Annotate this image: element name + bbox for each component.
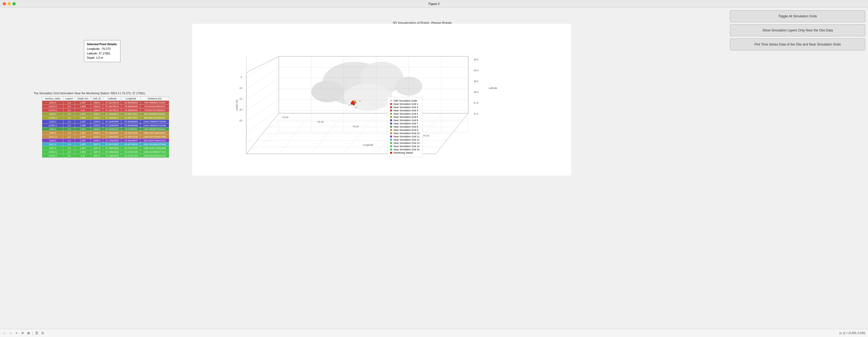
legend-label: Near Simulation Grid 10 <box>394 132 420 135</box>
table-cell: 1697.0 <box>91 146 103 150</box>
legend: CBP Simulation GridsNear Simulation Grid… <box>387 97 423 157</box>
table-cell: 1344.7390031743346 <box>140 120 169 123</box>
table-cell: 3627.0 <box>91 142 103 146</box>
close-icon[interactable]: ✕ <box>20 331 25 336</box>
window-controls[interactable] <box>3 2 16 5</box>
table-cell: 1664.0 <box>91 108 103 112</box>
table-cell: 729.7999820712245 <box>140 101 169 105</box>
legend-item: Near Simulation Grid 4 <box>390 112 420 115</box>
legend-item: Near Simulation Grid 12 <box>390 138 420 141</box>
table-cell: 4.42 <box>75 108 91 112</box>
table-row: 1630.01.01.0671630.037.17002553-76.35429… <box>42 139 169 142</box>
table-cell: 2355.9261090437103 <box>140 154 169 158</box>
table-cell: 1697.0 <box>91 154 103 158</box>
table-cell: 1663.0 <box>42 112 63 116</box>
maximize-button[interactable] <box>12 2 16 5</box>
table-cell: -76.38075251 <box>121 112 140 116</box>
legend-item: Near Simulation Grid 9 <box>390 129 420 131</box>
svg-text:39.0: 39.0 <box>474 69 478 72</box>
save-icon[interactable]: ⎘ <box>40 331 45 336</box>
legend-dot <box>390 142 392 144</box>
table-cell: 2.896 <box>75 135 91 139</box>
toolbar-separator <box>32 331 33 335</box>
table-cell: -76.36486685 <box>121 120 140 123</box>
legend-dot <box>390 122 392 124</box>
table-cell: -76.35873105 <box>121 135 140 139</box>
table-col-header: Longitude <box>121 97 140 101</box>
svg-text:-10: -10 <box>239 87 242 89</box>
table-cell: 37.18278213 <box>103 105 121 108</box>
legend-label: Near Simulation Grid 2 <box>394 106 418 109</box>
table-cell: 1.0 <box>63 101 75 105</box>
table-cell: 1.0 <box>63 139 75 142</box>
data-table-wrapper: nwcbox_valueLayer#Depth (m)Cell_IDLatitu… <box>42 96 169 158</box>
table-cell: 12481.0 <box>42 123 63 127</box>
left-panel: Selected Point Details: Longitude: -76.3… <box>0 7 179 329</box>
table-cell: -76.36956006 <box>121 108 140 112</box>
table-col-header: Layer# <box>63 97 75 101</box>
table-cell: 1663.0 <box>91 112 103 116</box>
3d-visualization[interactable]: -5 -10 -15 -20 -25 Depth (m) 37.0 37.5 3… <box>192 24 571 175</box>
table-cell: 1629.0 <box>91 120 103 123</box>
svg-text:-25: -25 <box>239 119 242 122</box>
table-cell: 1629.0 <box>42 120 63 123</box>
table-cell: 2.896 <box>75 105 91 108</box>
legend-dot <box>390 148 392 150</box>
legend-item: Near Simulation Grid 15 <box>390 148 420 151</box>
table-row: 12510.02.02.8961664.037.18278213-76.3695… <box>42 105 169 108</box>
legend-dot <box>390 136 392 138</box>
selected-point-details: Selected Point Details: Longitude: -76.3… <box>84 40 120 62</box>
table-cell: -76.36486685 <box>121 123 140 127</box>
table-cell: -76.3758762 <box>121 127 140 131</box>
table-cell: 1.067 <box>75 101 91 105</box>
table-cell: 37.18278213 <box>103 108 121 112</box>
table-cell: 1.067 <box>75 146 91 150</box>
table-cell: 12509.0 <box>42 116 63 120</box>
legend-label: Near Simulation Grid 5 <box>394 116 418 118</box>
pan-icon[interactable]: + <box>14 331 19 336</box>
table-cell: 2.896 <box>75 116 91 120</box>
table-body: 1664.01.01.0671664.037.18278213-76.36956… <box>42 101 169 158</box>
toggle-grids-button[interactable]: Toggle All Simulation Grids <box>730 10 865 22</box>
legend-dot <box>390 129 392 131</box>
forward-icon[interactable]: → <box>8 331 13 336</box>
table-cell: 1.0 <box>63 142 75 146</box>
table-cell: 37.38753597 <box>103 142 121 146</box>
svg-text:38.0: 38.0 <box>474 91 478 93</box>
table-cell: 1664.0 <box>42 101 63 105</box>
svg-text:Depth (m): Depth (m) <box>236 100 238 111</box>
legend-item: Near Simulation Grid 13 <box>390 142 420 144</box>
plot-time-series-button[interactable]: Plot Time Series Data of the Obs and Nea… <box>730 38 865 50</box>
table-cell: 1697.0 <box>91 150 103 154</box>
legend-label: Near Simulation Grid 8 <box>394 125 418 128</box>
minimize-button[interactable] <box>7 2 11 5</box>
legend-item: CBP Simulation Grids <box>390 100 420 102</box>
close-button[interactable] <box>3 2 6 5</box>
table-cell: 1664.0 <box>91 101 103 105</box>
legend-label: Near Simulation Grid 9 <box>394 129 418 131</box>
legend-label: Near Simulation Grid 6 <box>394 119 418 122</box>
table-cell: 1.067 <box>75 112 91 116</box>
svg-text:-76.00: -76.00 <box>352 125 359 128</box>
table-cell: 1697.0 <box>42 146 63 150</box>
main-content: Selected Point Details: Longitude: -76.3… <box>0 7 868 329</box>
table-cell: 729.6034218692075 <box>140 105 169 108</box>
table-row: 12543.02.02.8961697.037.19803604-76.3733… <box>42 150 169 154</box>
legend-label: Near Simulation Grid 1 <box>394 103 418 105</box>
legend-label: Near Simulation Grid 3 <box>394 109 418 112</box>
table-cell: 3.0 <box>63 154 75 158</box>
svg-point-77 <box>359 100 361 102</box>
table-col-header: Cell_ID <box>91 97 103 101</box>
legend-dot <box>390 113 392 115</box>
table-row: 12511.02.02.8961665.037.18545087-76.3587… <box>42 135 169 139</box>
legend-dot <box>390 145 392 147</box>
settings-icon[interactable]: ☰ <box>34 331 39 336</box>
legend-label: CBP Simulation Grids <box>394 100 417 102</box>
show-layers-button[interactable]: Show Simulation Layers Only Near the Obs… <box>730 24 865 36</box>
table-cell: 1.0 <box>63 127 75 131</box>
depth-detail: Depth: 1.0 m <box>87 56 118 60</box>
zoom-icon[interactable]: ⊕ <box>26 331 31 336</box>
back-icon[interactable]: ← <box>2 331 7 336</box>
legend-dot <box>390 126 392 128</box>
legend-item: Near Simulation Grid 8 <box>390 125 420 128</box>
